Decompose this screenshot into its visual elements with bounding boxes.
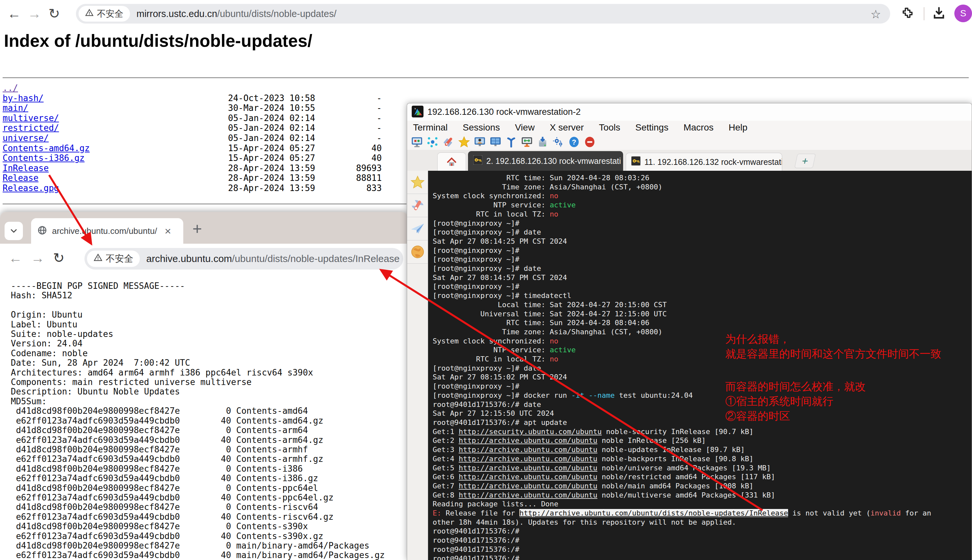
terminal-window-title: 192.168.126.130 rock-vmwarestation-2 — [428, 107, 581, 117]
file-meta: 15-Apr-2024 05:27 40 — [84, 153, 382, 163]
reload-icon[interactable]: ↻ — [53, 249, 65, 267]
globe-favicon-icon — [37, 225, 47, 237]
security-chip[interactable]: 不安全 — [78, 6, 130, 22]
mobaxterm-window: 192.168.126.130 rock-vmwarestation-2 Ter… — [407, 103, 972, 560]
settings-icon[interactable] — [552, 135, 565, 148]
browser-tab[interactable]: archive.ubuntu.com/ubuntu/ × — [31, 218, 183, 244]
games-icon[interactable] — [458, 135, 471, 148]
extensions-icon[interactable] — [899, 6, 914, 22]
md5-row: d41d8cd98f00b204e9800998ecf8427e 0 Conte… — [11, 502, 385, 512]
terminal-line: Sat Apr 27 08:14:57 PM CST 2024 — [433, 273, 972, 282]
annotation-how-to-fix: 而容器的时间怎么校准，就改①宿主的系统时间就行②容器的时区 — [725, 379, 866, 423]
file-link[interactable]: universe/ — [3, 133, 49, 143]
help-icon[interactable]: ? — [568, 135, 581, 148]
downloads-icon[interactable] — [932, 6, 947, 22]
sidebar-paper-plane-icon[interactable] — [407, 217, 428, 240]
terminal-tab-inactive[interactable]: 11. 192.168.126.132 rock-vmwarestati ✕ — [626, 153, 782, 171]
security-chip-2[interactable]: 不安全 — [87, 250, 140, 267]
terminal-line: Time zone: Asia/Shanghai (CST, +0800) — [433, 183, 972, 192]
address-bar-2[interactable]: 不安全 archive.ubuntu.com/ubuntu/dists/nobl… — [84, 248, 403, 270]
md5-row: e62ff0123a74adfc6903d59a449cbdb0 40 Cont… — [11, 435, 385, 445]
terminal-line: Get:8 http://archive.ubuntu.com/ubuntu n… — [433, 491, 972, 500]
file-link[interactable]: Contents-amd64.gz — [3, 143, 90, 153]
terminal-line: Get:1 http://security.ubuntu.com/ubuntu … — [433, 427, 972, 437]
sidebar-globe-icon[interactable] — [407, 240, 428, 263]
sidebar-star-icon[interactable] — [407, 171, 428, 194]
md5-row: e62ff0123a74adfc6903d59a449cbdb0 40 Cont… — [11, 532, 385, 541]
menu-settings[interactable]: Settings — [635, 122, 668, 133]
md5-row: d41d8cd98f00b204e9800998ecf8427e 0 Conte… — [11, 425, 385, 435]
listing-row: by-hash/ 24-Oct-2023 10:58 - — [3, 93, 382, 103]
back-icon[interactable]: ← — [7, 5, 21, 23]
file-meta: 28-Apr-2024 13:59 89693 — [49, 163, 382, 173]
home-tab-button[interactable] — [437, 152, 466, 171]
terminal-tab-label: 11. 192.168.126.132 rock-vmwarestati — [645, 157, 782, 167]
terminal-screen[interactable]: RTC time: Sun 2024-04-28 08:03:26 Time z… — [428, 171, 972, 560]
md5-row: e62ff0123a74adfc6903d59a449cbdb0 40 Cont… — [11, 454, 385, 464]
servers-icon[interactable] — [426, 135, 439, 148]
file-link[interactable]: Release.gpg — [3, 183, 59, 193]
file-meta: 05-Jan-2024 02:14 - — [49, 133, 382, 143]
terminal-titlebar[interactable]: 192.168.126.130 rock-vmwarestation-2 — [407, 103, 972, 121]
new-terminal-tab-button[interactable]: + — [794, 154, 815, 168]
annotation-line: ②容器的时区 — [725, 408, 866, 423]
terminal-line: Sat Apr 27 08:14:25 PM CST 2024 — [433, 237, 972, 246]
inrelease-window: archive.ubuntu.com/ubuntu/ × + ← → ↻ 不安全… — [0, 212, 408, 560]
pgp-line: Date: Sun, 28 Apr 2024 7:00:42 UTC — [11, 358, 385, 368]
tools-icon[interactable] — [442, 135, 455, 148]
pgp-line: -----BEGIN PGP SIGNED MESSAGE----- — [11, 281, 385, 291]
file-link[interactable]: by-hash/ — [3, 93, 43, 103]
menu-sessions[interactable]: Sessions — [463, 122, 500, 133]
annotation-line: 就是容器里的时间和这个官方文件时间不一致 — [725, 347, 941, 361]
menu-terminal[interactable]: Terminal — [413, 122, 448, 133]
pgp-line: Architectures: amd64 arm64 armhf i386 pp… — [11, 368, 385, 377]
terminal-line: Sat Apr 27 08:15:02 PM CST 2024 — [433, 373, 972, 382]
new-tab-button[interactable]: + — [192, 219, 202, 238]
forward-icon[interactable]: → — [31, 249, 45, 267]
menu-x-server[interactable]: X server — [550, 122, 584, 133]
file-link[interactable]: multiverse/ — [3, 113, 59, 123]
exit-icon[interactable] — [583, 135, 596, 148]
file-link[interactable]: ../ — [3, 83, 18, 93]
packages-icon[interactable] — [536, 135, 549, 148]
key-icon — [631, 157, 640, 167]
url-text-2: archive.ubuntu.com/ubuntu/dists/noble-up… — [146, 253, 399, 264]
file-link[interactable]: main/ — [3, 103, 28, 113]
tab-search-button[interactable] — [5, 222, 23, 240]
split-view-icon[interactable] — [489, 135, 502, 148]
session-icon[interactable] — [411, 135, 424, 148]
address-bar[interactable]: 不安全 mirrors.ustc.edu.cn/ubuntu/dists/nob… — [76, 4, 890, 23]
file-meta: 05-Jan-2024 02:14 - — [59, 113, 382, 123]
file-link[interactable]: Contents-i386.gz — [3, 153, 84, 163]
terminal-tab-active[interactable]: 2. 192.168.126.130 rock-vmwarestati ✕ — [468, 151, 623, 171]
annotation-line: ①宿主的系统时间就行 — [725, 394, 866, 408]
sidebar-knife-icon[interactable] — [407, 194, 428, 217]
terminal-line: Get:7 http://archive.ubuntu.com/ubuntu n… — [433, 482, 972, 491]
terminal-line: System clock synchronized: no — [433, 192, 972, 200]
menu-tools[interactable]: Tools — [599, 122, 620, 133]
tab-close-icon[interactable]: × — [165, 225, 171, 237]
reload-icon[interactable]: ↻ — [48, 5, 60, 23]
file-meta: 15-Apr-2024 05:27 40 — [90, 143, 382, 153]
menu-macros[interactable]: Macros — [683, 122, 713, 133]
multiexec-icon[interactable] — [504, 135, 518, 148]
sessions-view-icon[interactable] — [473, 135, 486, 148]
profile-avatar[interactable]: S — [954, 5, 972, 22]
menu-help[interactable]: Help — [728, 122, 748, 133]
divider-bottom — [3, 203, 406, 205]
pgp-line: Codename: noble — [11, 349, 385, 358]
key-icon — [473, 155, 483, 167]
tunneling-icon[interactable] — [520, 135, 533, 148]
back-icon[interactable]: ← — [8, 249, 22, 267]
file-link[interactable]: Release — [3, 173, 38, 183]
terminal-line: E: Release file for http://archive.ubunt… — [433, 508, 972, 518]
md5-row: e62ff0123a74adfc6903d59a449cbdb0 40 Cont… — [11, 493, 385, 502]
pgp-line — [11, 301, 385, 310]
pgp-line: MD5Sum: — [11, 397, 385, 406]
file-link[interactable]: InRelease — [3, 163, 49, 173]
tab-title: archive.ubuntu.com/ubuntu/ — [52, 226, 160, 236]
file-link[interactable]: restricted/ — [3, 123, 59, 133]
menu-view[interactable]: View — [515, 122, 534, 133]
bookmark-star-icon[interactable]: ☆ — [870, 8, 881, 21]
forward-icon[interactable]: → — [27, 5, 41, 23]
